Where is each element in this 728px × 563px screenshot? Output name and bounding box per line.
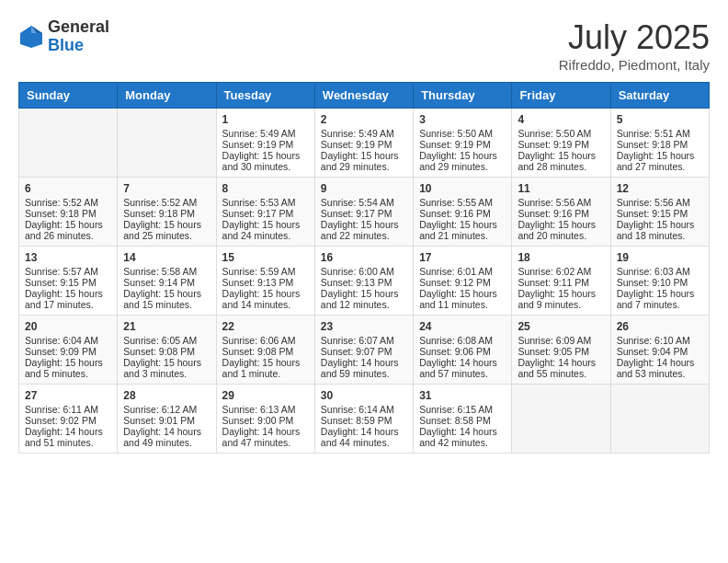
calendar-cell (19, 109, 118, 178)
day-info-line: Sunset: 8:58 PM (419, 415, 506, 426)
day-info-line: Sunset: 9:00 PM (222, 415, 309, 426)
day-info-line: and 25 minutes. (123, 230, 210, 241)
day-info-line: and 57 minutes. (419, 368, 506, 379)
day-info-line: Sunrise: 5:50 AM (419, 128, 506, 139)
day-info-line: Sunset: 9:10 PM (617, 277, 703, 288)
calendar-cell (118, 109, 216, 178)
day-info-line: Sunrise: 6:08 AM (419, 335, 506, 346)
day-number: 11 (518, 182, 604, 195)
calendar-cell: 15Sunrise: 5:59 AMSunset: 9:13 PMDayligh… (216, 247, 314, 316)
calendar-week-row: 1Sunrise: 5:49 AMSunset: 9:19 PMDaylight… (19, 109, 710, 178)
day-info-line: Sunset: 9:18 PM (123, 208, 210, 219)
day-info-line: Sunrise: 5:58 AM (123, 266, 210, 277)
day-number: 21 (123, 320, 210, 333)
calendar-cell (610, 385, 709, 454)
day-info-line: Sunrise: 5:52 AM (25, 197, 111, 208)
day-info-line: and 51 minutes. (25, 437, 111, 448)
calendar-cell: 2Sunrise: 5:49 AMSunset: 9:19 PMDaylight… (314, 109, 413, 178)
day-info-line: Sunrise: 6:14 AM (321, 404, 407, 415)
day-info-line: Sunset: 9:08 PM (222, 346, 309, 357)
day-info-line: Sunrise: 6:01 AM (419, 266, 506, 277)
day-info-line: Daylight: 15 hours (518, 150, 604, 161)
day-info-line: Daylight: 14 hours (321, 357, 407, 368)
day-info-line: Sunset: 9:16 PM (518, 208, 604, 219)
day-info-line: and 44 minutes. (321, 437, 407, 448)
day-info-line: Daylight: 14 hours (617, 357, 703, 368)
day-info-line: Sunset: 9:19 PM (419, 139, 506, 150)
day-info-line: Daylight: 15 hours (123, 219, 210, 230)
day-info-line: and 5 minutes. (25, 368, 111, 379)
day-info-line: Sunrise: 6:05 AM (123, 335, 210, 346)
day-info-line: Daylight: 15 hours (222, 357, 309, 368)
calendar-week-row: 6Sunrise: 5:52 AMSunset: 9:18 PMDaylight… (19, 178, 710, 247)
day-info-line: Sunset: 9:07 PM (321, 346, 407, 357)
weekday-header-tuesday: Tuesday (216, 83, 314, 109)
logo-blue-text: Blue (48, 37, 109, 55)
page-header: General Blue July 2025 Rifreddo, Piedmon… (18, 18, 710, 73)
day-info-line: Sunrise: 6:02 AM (518, 266, 604, 277)
calendar-body: 1Sunrise: 5:49 AMSunset: 9:19 PMDaylight… (19, 109, 710, 454)
day-info-line: Sunrise: 6:09 AM (518, 335, 604, 346)
day-number: 24 (419, 320, 506, 333)
day-number: 6 (25, 182, 111, 195)
day-info-line: Sunrise: 6:11 AM (25, 404, 111, 415)
day-number: 2 (321, 113, 407, 126)
day-info-line: Sunset: 9:04 PM (617, 346, 703, 357)
day-info-line: and 42 minutes. (419, 437, 506, 448)
day-info-line: Daylight: 15 hours (321, 150, 407, 161)
day-info-line: Sunset: 9:12 PM (419, 277, 506, 288)
day-info-line: Sunrise: 6:10 AM (617, 335, 703, 346)
calendar-cell: 1Sunrise: 5:49 AMSunset: 9:19 PMDaylight… (216, 109, 314, 178)
calendar-week-row: 13Sunrise: 5:57 AMSunset: 9:15 PMDayligh… (19, 247, 710, 316)
day-info-line: Sunrise: 6:03 AM (617, 266, 703, 277)
logo-icon (18, 24, 44, 50)
calendar-cell (512, 385, 610, 454)
calendar-cell: 21Sunrise: 6:05 AMSunset: 9:08 PMDayligh… (118, 316, 216, 385)
calendar-cell: 6Sunrise: 5:52 AMSunset: 9:18 PMDaylight… (19, 178, 118, 247)
day-number: 16 (321, 251, 407, 264)
logo-general-text: General (48, 18, 109, 37)
weekday-header-thursday: Thursday (414, 83, 512, 109)
day-number: 19 (617, 251, 703, 264)
day-number: 5 (617, 113, 703, 126)
calendar-cell: 22Sunrise: 6:06 AMSunset: 9:08 PMDayligh… (216, 316, 314, 385)
day-number: 17 (419, 251, 506, 264)
day-info-line: and 11 minutes. (419, 299, 506, 310)
calendar-cell: 19Sunrise: 6:03 AMSunset: 9:10 PMDayligh… (610, 247, 709, 316)
day-info-line: Daylight: 15 hours (518, 288, 604, 299)
day-number: 28 (123, 389, 210, 402)
day-info-line: Daylight: 14 hours (419, 426, 506, 437)
day-info-line: and 28 minutes. (518, 161, 604, 172)
day-info-line: Daylight: 15 hours (321, 288, 407, 299)
day-info-line: Sunset: 9:14 PM (123, 277, 210, 288)
day-info-line: Daylight: 15 hours (222, 219, 309, 230)
month-year-title: July 2025 (559, 18, 710, 57)
weekday-header-wednesday: Wednesday (314, 83, 413, 109)
day-info-line: Sunrise: 5:54 AM (321, 197, 407, 208)
weekday-header-monday: Monday (118, 83, 216, 109)
calendar-cell: 26Sunrise: 6:10 AMSunset: 9:04 PMDayligh… (610, 316, 709, 385)
day-number: 14 (123, 251, 210, 264)
calendar-cell: 30Sunrise: 6:14 AMSunset: 8:59 PMDayligh… (314, 385, 413, 454)
calendar-cell: 23Sunrise: 6:07 AMSunset: 9:07 PMDayligh… (314, 316, 413, 385)
calendar-cell: 28Sunrise: 6:12 AMSunset: 9:01 PMDayligh… (118, 385, 216, 454)
day-info-line: Sunrise: 5:51 AM (617, 128, 703, 139)
calendar-cell: 9Sunrise: 5:54 AMSunset: 9:17 PMDaylight… (314, 178, 413, 247)
day-number: 26 (617, 320, 703, 333)
day-number: 12 (617, 182, 703, 195)
day-info-line: Sunrise: 5:59 AM (222, 266, 309, 277)
day-info-line: Sunset: 9:06 PM (419, 346, 506, 357)
day-number: 15 (222, 251, 309, 264)
day-info-line: Sunrise: 5:50 AM (518, 128, 604, 139)
day-info-line: Sunset: 9:19 PM (222, 139, 309, 150)
day-number: 18 (518, 251, 604, 264)
day-info-line: Daylight: 15 hours (419, 219, 506, 230)
day-info-line: and 24 minutes. (222, 230, 309, 241)
logo: General Blue (18, 18, 109, 55)
day-info-line: Sunrise: 5:56 AM (518, 197, 604, 208)
day-info-line: Sunrise: 5:57 AM (25, 266, 111, 277)
day-info-line: Daylight: 15 hours (25, 357, 111, 368)
calendar-table: SundayMondayTuesdayWednesdayThursdayFrid… (18, 82, 710, 454)
calendar-cell: 4Sunrise: 5:50 AMSunset: 9:19 PMDaylight… (512, 109, 610, 178)
calendar-cell: 5Sunrise: 5:51 AMSunset: 9:18 PMDaylight… (610, 109, 709, 178)
